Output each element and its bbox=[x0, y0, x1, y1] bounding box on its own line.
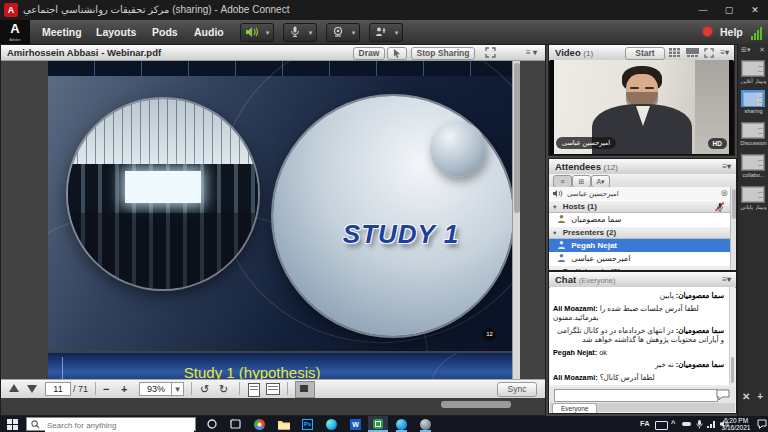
chrome-button[interactable] bbox=[252, 417, 267, 431]
attendees-toolbar: ≡ ⊞ A▾ bbox=[549, 174, 736, 188]
language-indicator[interactable]: FA bbox=[640, 416, 650, 432]
share-horizontal-scrollbar[interactable] bbox=[441, 401, 511, 408]
file-explorer-button[interactable] bbox=[276, 417, 291, 431]
skype-button[interactable] bbox=[394, 417, 409, 431]
task-view-button[interactable] bbox=[228, 417, 243, 431]
slide-sphere bbox=[430, 121, 486, 177]
microphone-caret[interactable]: ▾ bbox=[305, 23, 317, 42]
webcam-caret[interactable]: ▾ bbox=[348, 23, 360, 42]
menu-pods[interactable]: Pods bbox=[144, 20, 186, 44]
send-message-button[interactable] bbox=[716, 389, 732, 401]
chat-tab-everyone[interactable]: Everyone bbox=[552, 403, 597, 413]
sync-button[interactable]: Sync bbox=[497, 382, 537, 397]
section-presenters[interactable]: ▼ Presenters (2) bbox=[549, 226, 730, 239]
filmstrip-view-button[interactable] bbox=[686, 48, 700, 58]
speaker-button[interactable] bbox=[240, 23, 264, 42]
share-vertical-scrollbar[interactable] bbox=[512, 61, 520, 392]
photoshop-button[interactable]: Ps bbox=[300, 417, 315, 431]
layout-thumb-collaboration[interactable] bbox=[741, 154, 765, 171]
start-button[interactable] bbox=[5, 417, 20, 431]
chat-pod-menu-button[interactable]: ≡▾ bbox=[722, 272, 731, 287]
chat-message: سما معصومیان: در انتهای خردادماه در دو ک… bbox=[553, 326, 724, 345]
fit-page-button[interactable] bbox=[248, 383, 260, 397]
chat-scrollbar[interactable] bbox=[729, 287, 735, 385]
microphone-button[interactable] bbox=[283, 23, 307, 42]
layout-thumb-discussion[interactable] bbox=[741, 122, 765, 139]
chat-pod-header: Chat (Everyone) ≡▾ bbox=[549, 272, 736, 288]
layout-thumb-sharing[interactable] bbox=[741, 90, 765, 107]
taskbar-search[interactable] bbox=[26, 417, 196, 431]
word-button[interactable]: W bbox=[348, 417, 363, 431]
attendee-row-host[interactable]: سما معصومیان bbox=[549, 213, 730, 226]
stop-sharing-button[interactable]: Stop Sharing bbox=[411, 47, 475, 60]
notification-center-icon[interactable] bbox=[757, 419, 767, 429]
grid-view-button[interactable] bbox=[669, 48, 682, 58]
add-layout-button[interactable]: + bbox=[757, 391, 763, 402]
manage-layouts-button[interactable]: ✕ bbox=[742, 391, 750, 402]
start-webcam-button[interactable]: Start bbox=[625, 47, 665, 60]
rotate-right-button[interactable]: ↻ bbox=[219, 380, 228, 398]
attendee-row-presenter-selected[interactable]: Pegah Nejat bbox=[549, 239, 730, 252]
attendees-pod: Attendees (12) ≡▾ ≡ ⊞ A▾ امیرحسین عباسی … bbox=[548, 158, 737, 271]
thumbnail-view-toggle[interactable] bbox=[295, 381, 315, 398]
active-app-button[interactable] bbox=[368, 416, 388, 432]
pointer-button[interactable] bbox=[387, 47, 407, 60]
zoom-level-select[interactable]: 93% bbox=[139, 382, 173, 396]
collapse-arrow-icon: ▼ bbox=[549, 204, 560, 210]
chat-input-row bbox=[550, 387, 735, 403]
hidden-icons-chevron[interactable]: ^ bbox=[671, 416, 675, 432]
app-circle-button[interactable] bbox=[418, 417, 433, 431]
keyboard-icon[interactable] bbox=[655, 421, 668, 430]
connection-signal-icon[interactable] bbox=[751, 24, 765, 40]
section-hosts[interactable]: ▼ Hosts (1) bbox=[549, 200, 730, 213]
fit-width-button[interactable] bbox=[266, 383, 280, 395]
layouts-menu-button[interactable]: ⊞▾ bbox=[741, 44, 750, 56]
active-speaker-icon bbox=[553, 189, 563, 198]
raise-hand-caret[interactable]: ▾ bbox=[391, 23, 403, 42]
adobe-connect-app-icon: A bbox=[4, 3, 18, 17]
cortana-button[interactable] bbox=[204, 417, 219, 431]
attendees-scrollbar[interactable] bbox=[730, 187, 736, 270]
share-horizontal-scroll-area[interactable] bbox=[1, 398, 545, 415]
maximize-button[interactable]: ▢ bbox=[716, 0, 742, 20]
menu-meeting[interactable]: Meeting bbox=[34, 20, 90, 44]
help-menu[interactable]: Help bbox=[720, 20, 743, 44]
draw-button[interactable]: Draw bbox=[353, 47, 385, 60]
taskbar-clock[interactable]: 6:20 PM 3/16/2021 bbox=[714, 417, 758, 431]
attendees-pod-menu-button[interactable]: ≡▾ bbox=[722, 159, 731, 174]
attendee-row-presenter[interactable]: امیرحسین عباسی bbox=[549, 252, 730, 265]
adobe-logo[interactable]: A Adobe bbox=[0, 20, 30, 44]
rotate-left-button[interactable]: ↺ bbox=[200, 380, 209, 398]
webcam-button[interactable] bbox=[326, 23, 350, 42]
search-input[interactable] bbox=[45, 418, 194, 432]
minimize-button[interactable]: — bbox=[690, 0, 716, 20]
chat-input[interactable] bbox=[554, 389, 718, 402]
layout-label-collaboration: collabo... bbox=[738, 172, 768, 178]
chrome-icon bbox=[254, 419, 265, 430]
close-button[interactable]: ✕ bbox=[742, 0, 768, 20]
raise-hand-button[interactable] bbox=[369, 23, 393, 42]
dismiss-speaker-button[interactable]: ⊗ bbox=[720, 187, 728, 200]
chat-pod: Chat (Everyone) ≡▾ سما معصومیان: پایین A… bbox=[548, 271, 737, 414]
zoom-in-button[interactable]: + bbox=[121, 380, 127, 398]
page-down-button[interactable] bbox=[27, 385, 37, 393]
share-pod-menu-button[interactable]: ≡ ▾ bbox=[526, 45, 537, 60]
page-number-input[interactable]: 11 bbox=[45, 382, 71, 396]
video-fullscreen-button[interactable] bbox=[704, 48, 715, 59]
zoom-level-caret[interactable]: ▾ bbox=[171, 382, 184, 396]
edge-button[interactable] bbox=[324, 417, 339, 431]
menu-layouts[interactable]: Layouts bbox=[88, 20, 144, 44]
zoom-out-button[interactable]: − bbox=[103, 380, 109, 398]
layout-thumb-5[interactable] bbox=[741, 186, 765, 203]
page-up-button[interactable] bbox=[9, 384, 19, 392]
speaker-caret[interactable]: ▾ bbox=[262, 23, 274, 42]
layouts-close-button[interactable]: ✕ bbox=[759, 44, 765, 56]
fullscreen-button[interactable] bbox=[485, 47, 499, 58]
layout-thumb-1[interactable] bbox=[741, 60, 765, 77]
onedrive-icon[interactable] bbox=[682, 422, 691, 426]
menu-audio[interactable]: Audio bbox=[186, 20, 232, 44]
adobe-logo-sub: Adobe bbox=[0, 38, 30, 41]
video-pod-menu-button[interactable]: ≡▾ bbox=[720, 45, 729, 60]
tray-mic-icon[interactable] bbox=[696, 420, 703, 429]
slide-architecture-photo bbox=[68, 99, 258, 289]
